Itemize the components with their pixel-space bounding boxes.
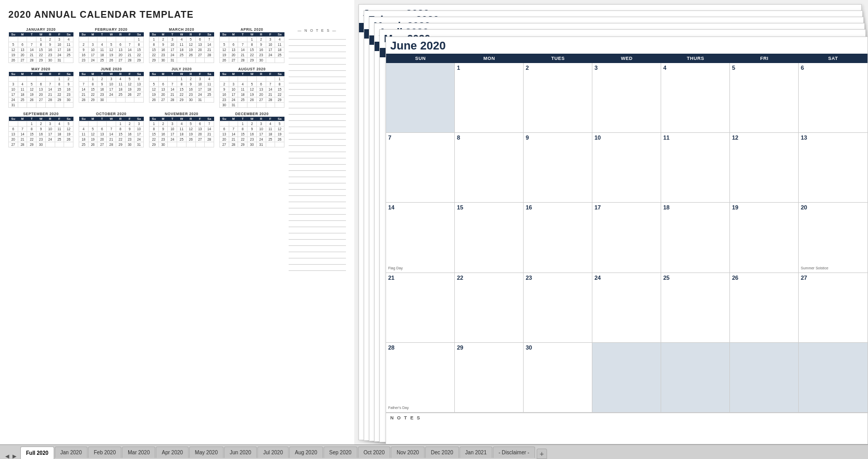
day-cell-0-6: 6	[799, 63, 867, 132]
day-cell-1-6: 13	[799, 133, 867, 202]
day-event: Father's Day	[388, 406, 452, 411]
week-row-0: 123456	[386, 63, 867, 133]
mini-calendars-grid: JANUARY 2020SuMTWRFSa1234567891011121314…	[8, 28, 284, 147]
notes-line	[289, 46, 346, 52]
main-month-header: June 2020	[386, 37, 867, 54]
day-cell-4-3	[592, 343, 661, 412]
day-cell-4-4	[661, 343, 730, 412]
day-cell-1-3: 10	[592, 133, 661, 202]
day-cell-1-5: 12	[730, 133, 799, 202]
tab-14[interactable]: - Disclaimer -	[493, 446, 535, 458]
mini-cal-4: MAY 2020SuMTWRFSa12345678910111213141516…	[8, 67, 73, 108]
notes-line	[289, 96, 346, 102]
tab-11[interactable]: Nov 2020	[391, 446, 425, 458]
notes-line	[289, 215, 346, 221]
tab-9[interactable]: Sep 2020	[324, 446, 357, 458]
week-row-3: 21222324252627	[386, 273, 867, 343]
day-number: 23	[526, 275, 590, 281]
day-cell-2-2: 16	[524, 203, 592, 272]
notes-bottom-label: N O T E S	[390, 415, 863, 420]
notes-line	[289, 190, 346, 196]
day-cell-3-5: 26	[730, 273, 799, 342]
mini-cal-3: APRIL 2020SuMTWRFSa123456789101112131415…	[219, 28, 284, 63]
tab-6[interactable]: Jun 2020	[224, 446, 257, 458]
tab-1[interactable]: Jan 2020	[55, 446, 88, 458]
day-cell-2-1: 15	[455, 203, 524, 272]
day-number: 18	[663, 204, 727, 210]
tab-5[interactable]: May 2020	[189, 446, 224, 458]
notes-line	[289, 158, 346, 165]
day-number: 30	[526, 344, 590, 351]
notes-line	[289, 140, 346, 146]
header-thurs: THURS	[661, 54, 730, 63]
day-number: 22	[457, 275, 521, 281]
day-cell-1-4: 11	[661, 133, 730, 202]
nav-arrows: ◀ ▶	[2, 453, 20, 459]
tab-3[interactable]: Mar 2020	[122, 446, 155, 458]
notes-line	[289, 58, 346, 65]
tab-0[interactable]: Full 2020	[20, 446, 54, 459]
day-cell-4-5	[730, 343, 799, 412]
day-cell-0-2: 2	[524, 63, 592, 132]
mini-cal-5: JUNE 2020SuMTWRFSa1234567891011121314151…	[79, 67, 144, 108]
notes-line	[289, 127, 346, 133]
header-sat: SAT	[799, 54, 867, 63]
mini-cal-11: DECEMBER 2020SuMTWRFSa123456789101112131…	[219, 112, 284, 147]
header-fri: FRI	[730, 54, 799, 63]
notes-line	[289, 152, 346, 158]
tab-13[interactable]: Jan 2021	[460, 446, 492, 458]
mini-cal-7: AUGUST 2020SuMTWRFSa12345678910111213141…	[219, 67, 284, 108]
day-number: 25	[663, 275, 727, 281]
notes-line	[289, 102, 346, 108]
notes-line	[289, 90, 346, 96]
day-cell-3-6: 27	[799, 273, 867, 342]
notes-line	[289, 33, 346, 40]
notes-line	[289, 83, 346, 90]
day-cell-4-0: 28Father's Day	[386, 343, 455, 412]
day-cell-1-1: 8	[455, 133, 524, 202]
header-sun: SUN	[386, 54, 455, 63]
add-tab-button[interactable]: +	[537, 449, 547, 459]
day-number: 8	[457, 134, 521, 141]
notes-line	[289, 227, 346, 233]
day-cell-3-1: 22	[455, 273, 524, 342]
day-cell-4-6	[799, 343, 867, 412]
day-number: 15	[457, 204, 521, 210]
tabs-container: Full 2020Jan 2020Feb 2020Mar 2020Apr 202…	[20, 446, 535, 459]
tabs-bar: ◀ ▶ Full 2020Jan 2020Feb 2020Mar 2020Apr…	[0, 444, 868, 459]
tab-2[interactable]: Feb 2020	[88, 446, 121, 458]
notes-line	[289, 240, 346, 246]
mini-cal-8: SEPTEMBER 2020SuMTWRFSa12345678910111213…	[8, 112, 73, 147]
notes-line	[289, 165, 346, 171]
tab-4[interactable]: Apr 2020	[156, 446, 189, 458]
day-cell-0-0	[386, 63, 455, 132]
day-cell-0-4: 4	[661, 63, 730, 132]
header-mon: MON	[455, 54, 524, 63]
day-number: 26	[732, 275, 796, 281]
notes-line	[289, 108, 346, 115]
day-cell-3-2: 23	[524, 273, 592, 342]
tab-12[interactable]: Dec 2020	[425, 446, 459, 458]
week-row-2: 14Flag Day151617181920Summer Solstice	[386, 203, 867, 272]
day-cell-2-4: 18	[661, 203, 730, 272]
nav-left[interactable]: ◀	[4, 453, 10, 459]
tab-7[interactable]: Jul 2020	[257, 446, 289, 458]
notes-line	[289, 133, 346, 140]
notes-line	[289, 202, 346, 208]
day-number: 28	[388, 344, 452, 351]
notes-line	[289, 208, 346, 215]
tab-8[interactable]: Aug 2020	[289, 446, 323, 458]
day-cell-3-0: 21	[386, 273, 455, 342]
right-panel: January 2020 SUN MON TUES WED THURS FRI …	[354, 0, 868, 444]
mini-cal-6: JULY 2020SuMTWRFSa1234567891011121314151…	[149, 67, 214, 108]
main-calendar: June 2020 SUNMONTUESWEDTHURSFRISAT 12345…	[386, 36, 868, 444]
day-cell-1-2: 9	[524, 133, 592, 202]
week-row-1: 78910111213	[386, 133, 867, 203]
day-number: 29	[457, 344, 521, 351]
left-panel: 2020 ANNUAL CALENDAR TEMPLATE JANUARY 20…	[0, 0, 354, 444]
mini-cal-9: OCTOBER 2020SuMTWRFSa1234567891011121314…	[79, 112, 144, 147]
tab-10[interactable]: Oct 2020	[358, 446, 391, 458]
nav-right[interactable]: ▶	[11, 453, 18, 459]
day-number: 6	[801, 65, 865, 71]
mini-cal-0: JANUARY 2020SuMTWRFSa1234567891011121314…	[8, 28, 73, 63]
